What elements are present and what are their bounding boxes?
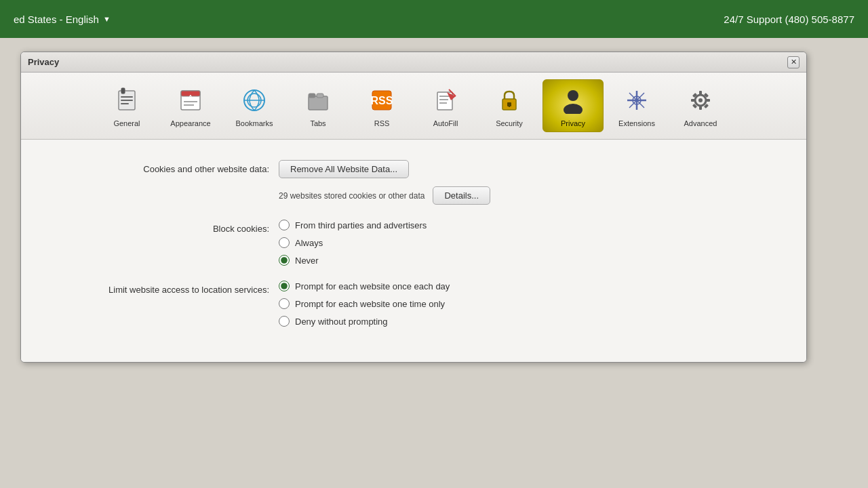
block-cookies-never-label: Never [295, 256, 319, 266]
svg-point-28 [564, 104, 583, 114]
cookies-content: Remove All Website Data... 29 websites s… [279, 160, 779, 205]
extensions-icon [620, 84, 653, 117]
location-prompt-daily-label: Prompt for each website once each day [295, 281, 450, 291]
rss-icon: RSS [366, 84, 398, 117]
autofill-icon [429, 84, 462, 117]
bookmarks-icon [238, 84, 271, 117]
tab-general-label: General [113, 119, 140, 127]
svg-rect-36 [699, 91, 702, 95]
page-background: Privacy ✕ General [0, 38, 868, 488]
location-deny-radio[interactable] [279, 316, 290, 327]
tab-security[interactable]: Security [479, 79, 540, 132]
tab-appearance[interactable]: A Appearance [160, 79, 221, 132]
svg-rect-38 [691, 99, 695, 102]
svg-point-35 [698, 98, 703, 102]
block-cookies-radio-group: From third parties and advertisers Alway… [279, 220, 779, 266]
website-count-row: 29 websites stored cookies or other data… [279, 186, 779, 205]
svg-rect-39 [706, 99, 710, 102]
svg-text:RSS: RSS [371, 95, 393, 106]
svg-rect-4 [121, 103, 129, 104]
location-dropdown-icon: ▼ [103, 15, 111, 23]
tabs-icon [302, 84, 334, 117]
tab-tabs[interactable]: Tabs [288, 79, 349, 132]
tab-advanced[interactable]: Advanced [670, 79, 731, 132]
cookies-label: Cookies and other website data: [48, 160, 279, 174]
block-cookies-third-party[interactable]: From third parties and advertisers [279, 220, 779, 230]
block-cookies-label: Block cookies: [48, 220, 279, 234]
cookies-row: Cookies and other website data: Remove A… [48, 160, 779, 205]
privacy-content: Cookies and other website data: Remove A… [21, 140, 806, 362]
svg-rect-14 [309, 94, 315, 98]
tab-rss-label: RSS [374, 119, 390, 127]
tab-autofill[interactable]: AutoFill [415, 79, 476, 132]
tab-privacy-label: Privacy [561, 119, 585, 127]
advanced-icon [684, 84, 717, 117]
tab-advanced-label: Advanced [684, 119, 717, 127]
block-cookies-always[interactable]: Always [279, 237, 779, 248]
tab-security-label: Security [496, 119, 523, 127]
header-location[interactable]: ed States - English ▼ [14, 14, 111, 25]
preferences-toolbar: General A Appearance [21, 73, 806, 140]
location-prompt-once-label: Prompt for each website one time only [295, 299, 445, 309]
tab-autofill-label: AutoFill [433, 119, 458, 127]
tab-general[interactable]: General [96, 79, 157, 132]
svg-rect-1 [121, 88, 125, 94]
support-text: 24/7 Support (480) 505-8877 [724, 14, 854, 25]
header-bar: ed States - English ▼ 24/7 Support (480)… [0, 0, 868, 38]
block-cookies-always-radio[interactable] [279, 237, 290, 248]
dialog-title: Privacy [28, 57, 59, 67]
tab-bookmarks-label: Bookmarks [235, 119, 273, 127]
svg-rect-15 [317, 94, 323, 98]
svg-rect-13 [309, 96, 328, 110]
website-count-text: 29 websites stored cookies or other data [279, 191, 425, 201]
privacy-dialog: Privacy ✕ General [20, 52, 807, 363]
block-cookies-third-party-radio[interactable] [279, 220, 290, 230]
tab-tabs-label: Tabs [310, 119, 326, 127]
appearance-icon: A [174, 84, 207, 117]
close-button[interactable]: ✕ [787, 56, 800, 68]
block-cookies-never-radio[interactable] [279, 255, 290, 266]
svg-point-27 [568, 90, 578, 101]
block-cookies-third-party-label: From third parties and advertisers [295, 220, 427, 230]
tab-appearance-label: Appearance [170, 119, 210, 127]
location-prompt-once-radio[interactable] [279, 298, 290, 309]
remove-all-website-data-button[interactable]: Remove All Website Data... [279, 160, 409, 178]
location-prompt-daily[interactable]: Prompt for each website once each day [279, 281, 779, 291]
location-prompt-once[interactable]: Prompt for each website one time only [279, 298, 779, 309]
block-cookies-options: From third parties and advertisers Alway… [279, 220, 779, 266]
security-icon [493, 84, 526, 117]
details-button[interactable]: Details... [433, 186, 490, 205]
svg-rect-37 [699, 106, 702, 110]
svg-text:A: A [189, 94, 193, 100]
block-cookies-never[interactable]: Never [279, 255, 779, 266]
location-deny-label: Deny without prompting [295, 317, 388, 327]
location-prompt-daily-radio[interactable] [279, 281, 290, 291]
location-options: Prompt for each website once each day Pr… [279, 281, 779, 327]
tab-privacy[interactable]: Privacy [542, 79, 604, 132]
location-row: Limit website access to location service… [48, 281, 779, 327]
svg-rect-2 [121, 96, 133, 98]
tab-extensions-label: Extensions [618, 119, 655, 127]
svg-rect-3 [121, 100, 133, 101]
location-deny[interactable]: Deny without prompting [279, 316, 779, 327]
location-radio-group: Prompt for each website once each day Pr… [279, 281, 779, 327]
block-cookies-row: Block cookies: From third parties and ad… [48, 220, 779, 266]
location-label: Limit website access to location service… [48, 281, 279, 295]
tab-extensions[interactable]: Extensions [606, 79, 667, 132]
general-icon [111, 84, 143, 117]
tab-rss[interactable]: RSS RSS [351, 79, 412, 132]
tab-bookmarks[interactable]: Bookmarks [224, 79, 285, 132]
block-cookies-always-label: Always [295, 238, 323, 248]
dialog-titlebar: Privacy ✕ [21, 52, 806, 73]
privacy-icon [557, 84, 589, 117]
